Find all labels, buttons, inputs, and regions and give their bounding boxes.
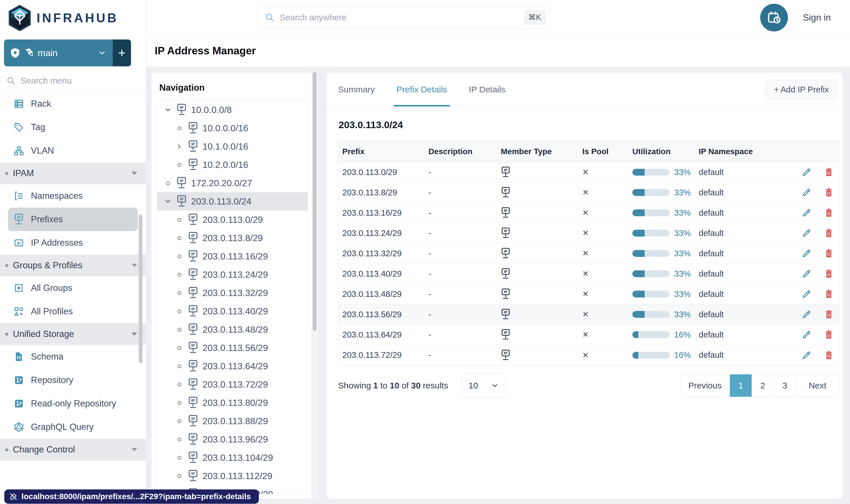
delete-trash-icon[interactable] <box>825 269 833 278</box>
tree-item[interactable]: IP 10.0.0.0/8 <box>157 101 307 119</box>
prefix-cell[interactable]: 203.0.113.40/29 <box>338 269 424 278</box>
delete-trash-icon[interactable] <box>825 167 833 177</box>
tree-item[interactable]: IP 203.0.113.96/29 <box>157 430 307 449</box>
prefix-cell[interactable]: 203.0.113.8/29 <box>338 188 424 197</box>
navigation-scrollbar[interactable] <box>311 72 318 499</box>
prefix-cell[interactable]: 203.0.113.64/29 <box>338 330 424 340</box>
tree-item[interactable]: IP 203.0.113.32/29 <box>157 284 307 302</box>
delete-trash-icon[interactable] <box>825 228 833 238</box>
edit-pencil-icon[interactable] <box>802 309 811 319</box>
sidebar-item-readonly-repository[interactable]: Read-only Repository <box>0 392 146 415</box>
sidebar-item-prefixes[interactable]: IP Prefixes <box>8 208 138 231</box>
tree-item[interactable]: IP 203.0.113.64/29 <box>157 357 307 375</box>
edit-pencil-icon[interactable] <box>802 289 811 299</box>
delete-trash-icon[interactable] <box>825 187 833 197</box>
sidebar-item-repository[interactable]: Repository <box>0 368 146 392</box>
edit-pencil-icon[interactable] <box>802 208 811 218</box>
tree-item[interactable]: IP 203.0.113.112/29 <box>157 467 307 485</box>
sidebar-item-tag[interactable]: Tag <box>0 115 146 139</box>
sign-in-button[interactable]: Sign in <box>803 0 831 35</box>
prefix-cell[interactable]: 203.0.113.24/29 <box>338 229 424 238</box>
tab-summary[interactable]: Summary <box>338 72 375 106</box>
pagination-page-3[interactable]: 3 <box>774 374 796 397</box>
column-header-is-pool[interactable]: Is Pool <box>578 147 628 156</box>
sidebar-item-namespaces[interactable]: Namespaces <box>0 184 146 208</box>
sidebar-section-ipam[interactable]: IPAM <box>0 162 146 184</box>
column-header-member-type[interactable]: Member Type <box>497 147 578 156</box>
pagination-page-1[interactable]: 1 <box>729 374 752 397</box>
delete-trash-icon[interactable] <box>825 249 833 258</box>
add-ip-prefix-button[interactable]: + Add IP Prefix <box>766 80 837 99</box>
tree-item[interactable]: IP 203.0.113.8/29 <box>157 229 307 247</box>
delete-trash-icon[interactable] <box>825 208 833 218</box>
schedule-button[interactable] <box>760 4 788 32</box>
table-row[interactable]: 203.0.113.64/29 - IP ✕ 16% default <box>338 325 839 345</box>
sidebar-item-all-profiles[interactable]: All Profiles <box>0 300 146 323</box>
sidebar-section-groups-profiles[interactable]: Groups & Profiles <box>0 255 146 276</box>
page-size-select[interactable]: 10 <box>462 374 505 398</box>
branch-select-button[interactable]: main <box>4 39 113 66</box>
sidebar-item-ip-addresses[interactable]: IP IP Addresses <box>0 231 146 255</box>
edit-pencil-icon[interactable] <box>802 269 811 278</box>
delete-trash-icon[interactable] <box>825 330 833 340</box>
brand-logo[interactable]: INFRAHUB <box>0 0 146 36</box>
table-row[interactable]: 203.0.113.40/29 - IP ✕ 33% default <box>338 264 839 284</box>
table-row[interactable]: 203.0.113.72/29 - IP ✕ 16% default <box>338 345 839 365</box>
table-row[interactable]: 203.0.113.8/29 - IP ✕ 33% default <box>338 182 839 203</box>
add-branch-button[interactable]: + <box>113 39 131 66</box>
sidebar-item-rack[interactable]: Rack <box>0 92 146 115</box>
tree-item[interactable]: IP 203.0.113.16/29 <box>157 247 307 266</box>
edit-pencil-icon[interactable] <box>802 187 811 197</box>
edit-pencil-icon[interactable] <box>802 167 811 177</box>
edit-pencil-icon[interactable] <box>802 350 811 360</box>
table-row[interactable]: 203.0.113.0/29 - IP ✕ 33% default <box>338 162 839 182</box>
table-row[interactable]: 203.0.113.24/29 - IP ✕ 33% default <box>338 223 839 244</box>
tree-item[interactable]: IP 10.1.0.0/16 <box>157 137 307 156</box>
chevron-right-icon[interactable] <box>175 143 184 150</box>
column-header-prefix[interactable]: Prefix <box>338 147 424 156</box>
prefix-cell[interactable]: 203.0.113.72/29 <box>338 350 424 360</box>
tree-item[interactable]: IP 10.0.0.0/16 <box>157 119 307 137</box>
sidebar-scrollbar[interactable] <box>139 215 142 363</box>
sidebar-item-all-groups[interactable]: All Groups <box>0 276 146 300</box>
chevron-down-icon[interactable] <box>164 106 172 113</box>
prefix-cell[interactable]: 203.0.113.48/29 <box>338 289 424 299</box>
tree-item[interactable]: IP 203.0.113.72/29 <box>157 375 307 394</box>
global-search-input[interactable]: Search anywhere ⌘K <box>258 6 550 29</box>
tree-item[interactable]: IP 10.2.0.0/16 <box>157 156 307 174</box>
table-row[interactable]: 203.0.113.16/29 - IP ✕ 33% default <box>338 203 839 223</box>
tree-item[interactable]: IP 203.0.113.104/29 <box>157 449 307 467</box>
table-row-hovered[interactable]: 203.0.113.56/29 - IP ✕ 33% default <box>338 304 839 325</box>
pagination-page-2[interactable]: 2 <box>752 374 774 397</box>
prefix-cell[interactable]: 203.0.113.56/29 <box>338 310 424 319</box>
scrollbar-thumb[interactable] <box>313 72 317 331</box>
sidebar-item-graphql-query[interactable]: GraphQL Query <box>0 415 146 439</box>
delete-trash-icon[interactable] <box>825 309 833 319</box>
tree-item[interactable]: IP 203.0.113.48/29 <box>157 320 307 339</box>
column-header-description[interactable]: Description <box>424 147 497 156</box>
tab-prefix-details[interactable]: Prefix Details <box>396 72 447 106</box>
column-header-ip-namespace[interactable]: IP Namespace <box>695 147 794 156</box>
pagination-next-button[interactable]: Next <box>796 374 839 397</box>
table-row[interactable]: 203.0.113.32/29 - IP ✕ 33% default <box>338 244 839 264</box>
delete-trash-icon[interactable] <box>825 350 833 360</box>
edit-pencil-icon[interactable] <box>802 249 811 258</box>
tree-item[interactable]: IP 172.20.20.0/27 <box>157 174 307 192</box>
table-row[interactable]: 203.0.113.48/29 - IP ✕ 33% default <box>338 284 839 304</box>
tree-item[interactable]: IP 203.0.113.0/29 <box>157 211 307 229</box>
tab-ip-details[interactable]: IP Details <box>469 72 505 106</box>
sidebar-item-schema[interactable]: Schema <box>0 345 146 368</box>
tree-item[interactable]: IP 203.0.113.40/29 <box>157 302 307 320</box>
edit-pencil-icon[interactable] <box>802 330 811 340</box>
tree-item[interactable]: IP 203.0.113.24/29 <box>157 266 307 284</box>
pagination-previous-button[interactable]: Previous <box>681 374 729 397</box>
sidebar-section-unified-storage[interactable]: Unified Storage <box>0 323 146 345</box>
tree-item[interactable]: IP 203.0.113.88/29 <box>157 412 307 430</box>
tree-item[interactable]: IP 203.0.113.80/29 <box>157 394 307 412</box>
column-header-utilization[interactable]: Utilization <box>628 147 695 156</box>
tree-item-selected[interactable]: IP 203.0.113.0/24 <box>157 192 307 211</box>
sidebar-search-input[interactable]: Search menu <box>0 70 146 91</box>
sidebar-item-vlan[interactable]: VLAN <box>0 139 146 162</box>
sidebar-section-change-control[interactable]: Change Control <box>0 439 146 461</box>
prefix-cell[interactable]: 203.0.113.16/29 <box>338 208 424 218</box>
